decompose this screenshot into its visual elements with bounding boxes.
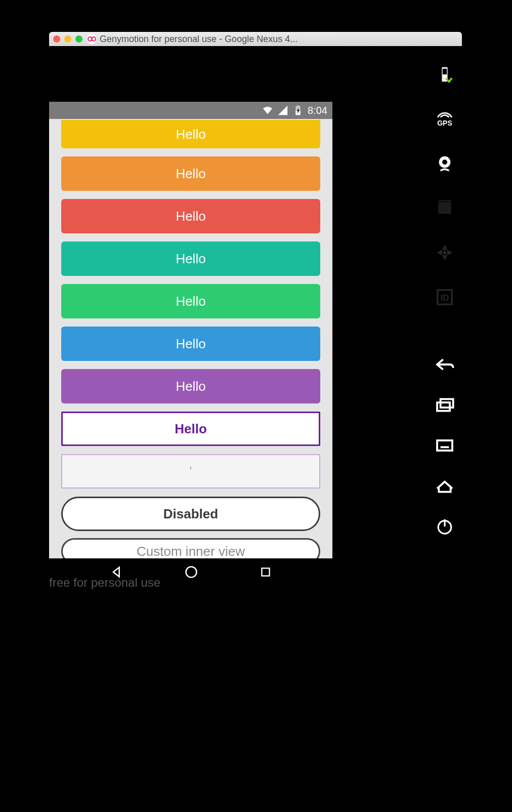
svg-rect-23 — [297, 105, 299, 107]
menu-hw-button[interactable] — [435, 437, 455, 456]
screencast-icon[interactable] — [435, 198, 455, 218]
svg-marker-11 — [448, 251, 452, 255]
button-disabled: Disabled — [61, 497, 320, 531]
app-content: Hello Hello Hello Hello Hello Hello Hell… — [49, 120, 332, 558]
svg-rect-2 — [443, 74, 447, 79]
genymotion-toolbar: GPS ID — [432, 64, 458, 307]
gps-icon[interactable]: GPS — [435, 109, 455, 129]
svg-marker-9 — [443, 256, 447, 260]
svg-marker-10 — [438, 251, 442, 255]
maximize-window-button[interactable] — [75, 35, 82, 43]
battery-icon[interactable] — [435, 64, 455, 85]
svg-point-12 — [443, 251, 446, 254]
svg-rect-5 — [438, 204, 451, 214]
power-hw-button[interactable] — [435, 518, 455, 537]
window-title: Genymotion for personal use - Google Nex… — [100, 34, 458, 45]
remote-control-icon[interactable] — [435, 242, 455, 263]
home-hw-button[interactable] — [435, 477, 455, 497]
close-window-button[interactable] — [53, 35, 60, 43]
battery-charging-icon — [292, 105, 304, 116]
minimize-window-button[interactable] — [64, 35, 71, 43]
watermark-text: free for personal use — [49, 576, 160, 590]
svg-rect-6 — [438, 202, 451, 205]
button-outline-light[interactable]: ' — [61, 454, 320, 489]
svg-rect-7 — [438, 200, 451, 201]
button-orange[interactable]: Hello — [61, 156, 320, 191]
window-titlebar: Genymotion for personal use - Google Nex… — [49, 32, 462, 46]
button-custom-inner[interactable]: Custom inner view — [61, 538, 320, 558]
recent-hw-button[interactable] — [435, 396, 455, 416]
svg-rect-17 — [437, 440, 452, 451]
webcam-icon[interactable] — [435, 153, 455, 174]
status-time: 8:04 — [308, 105, 327, 116]
button-teal[interactable]: Hello — [61, 241, 320, 276]
button-red[interactable]: Hello — [61, 199, 320, 233]
wifi-icon — [262, 105, 273, 116]
button-yellow[interactable]: Hello — [61, 120, 320, 148]
nav-home-button[interactable] — [184, 565, 198, 581]
svg-rect-26 — [262, 568, 269, 576]
device-screen: 8:04 Hello Hello Hello Hello Hello Hello… — [49, 102, 332, 558]
identifier-icon[interactable]: ID — [435, 287, 455, 307]
back-hw-button[interactable] — [435, 356, 455, 375]
button-blue[interactable]: Hello — [61, 327, 320, 361]
svg-point-4 — [442, 159, 447, 165]
android-hw-buttons — [432, 356, 458, 560]
button-outline-purple[interactable]: Hello — [61, 412, 320, 446]
svg-marker-8 — [443, 246, 447, 250]
cell-signal-icon — [277, 105, 288, 116]
button-purple[interactable]: Hello — [61, 369, 320, 403]
button-green[interactable]: Hello — [61, 284, 320, 318]
genymotion-app-icon — [87, 34, 97, 44]
svg-point-25 — [186, 567, 197, 578]
emulator-body: GPS ID — [49, 46, 462, 605]
gps-label: GPS — [437, 119, 452, 127]
android-status-bar: 8:04 — [49, 102, 332, 119]
nav-recent-button[interactable] — [259, 565, 272, 581]
emulator-window: Genymotion for personal use - Google Nex… — [49, 32, 462, 605]
svg-text:ID: ID — [441, 293, 449, 303]
traffic-lights — [53, 35, 82, 43]
